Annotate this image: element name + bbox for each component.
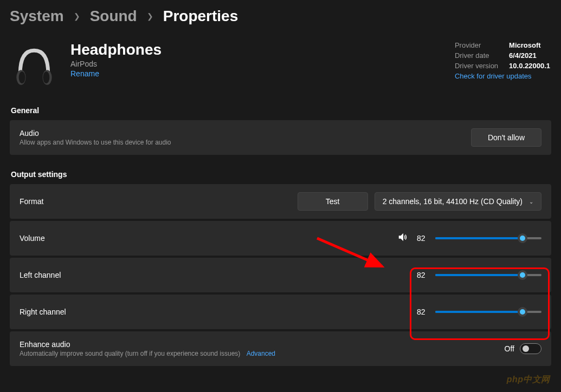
breadcrumb-sound[interactable]: Sound	[90, 8, 137, 25]
left-channel-card: Left channel 82	[10, 258, 551, 292]
device-header: Headphones AirPods Rename Provider Micro…	[10, 41, 551, 90]
driver-version-value: 10.0.22000.1	[509, 62, 550, 70]
driver-date-value: 6/4/2021	[509, 51, 550, 60]
enhance-desc: Automatically improve sound quality (tur…	[20, 350, 275, 357]
headphones-icon	[11, 41, 57, 90]
right-channel-card: Right channel 82	[10, 295, 551, 329]
breadcrumb-properties: Properties	[163, 8, 238, 25]
device-title: Headphones	[70, 41, 162, 58]
format-card: Format Test 2 channels, 16 bit, 44100 Hz…	[10, 184, 551, 219]
driver-date-label: Driver date	[455, 51, 498, 60]
volume-label: Volume	[20, 234, 45, 243]
audio-card: Audio Allow apps and Windows to use this…	[10, 120, 551, 155]
device-info: Headphones AirPods Rename	[70, 41, 162, 78]
format-value: 2 channels, 16 bit, 44100 Hz (CD Quality…	[383, 197, 523, 206]
enhance-card: Enhance audio Automatically improve soun…	[10, 331, 551, 366]
breadcrumb-system[interactable]: System	[10, 8, 64, 25]
watermark: php中文网	[507, 374, 550, 386]
chevron-right-icon: ❯	[74, 12, 80, 21]
device-block: Headphones AirPods Rename	[11, 41, 162, 90]
section-output: Output settings	[10, 170, 551, 179]
device-subtitle: AirPods	[70, 60, 162, 68]
section-general: General	[10, 106, 551, 115]
enhance-toggle[interactable]	[520, 343, 541, 354]
svg-point-2	[19, 71, 25, 83]
advanced-link[interactable]: Advanced	[247, 350, 275, 357]
right-value: 82	[417, 308, 428, 316]
audio-desc: Allow apps and Windows to use this devic…	[20, 139, 171, 146]
rename-link[interactable]: Rename	[70, 69, 162, 78]
provider-value: Microsoft	[509, 41, 550, 49]
enhance-title: Enhance audio	[20, 340, 275, 349]
volume-slider[interactable]	[435, 233, 541, 244]
driver-info: Provider Microsoft Driver date 6/4/2021 …	[455, 41, 550, 80]
right-slider[interactable]	[435, 306, 541, 317]
audio-title: Audio	[20, 129, 171, 138]
chevron-right-icon: ❯	[147, 12, 153, 21]
provider-label: Provider	[455, 41, 498, 49]
left-value: 82	[417, 271, 428, 279]
driver-version-label: Driver version	[455, 62, 498, 70]
test-button[interactable]: Test	[298, 192, 368, 211]
left-slider[interactable]	[435, 270, 541, 280]
breadcrumb: System ❯ Sound ❯ Properties	[10, 8, 551, 25]
dont-allow-button[interactable]: Don't allow	[471, 128, 541, 147]
right-channel-label: Right channel	[20, 308, 66, 316]
format-label: Format	[20, 197, 43, 206]
check-updates-link[interactable]: Check for driver updates	[455, 72, 550, 80]
left-channel-label: Left channel	[20, 271, 61, 279]
chevron-down-icon: ⌄	[529, 199, 533, 205]
svg-point-3	[43, 71, 49, 83]
format-dropdown[interactable]: 2 channels, 16 bit, 44100 Hz (CD Quality…	[375, 192, 541, 211]
volume-value: 82	[417, 234, 428, 243]
volume-card: Volume 82	[10, 221, 551, 256]
speaker-icon[interactable]	[397, 231, 409, 245]
toggle-label: Off	[505, 344, 514, 353]
